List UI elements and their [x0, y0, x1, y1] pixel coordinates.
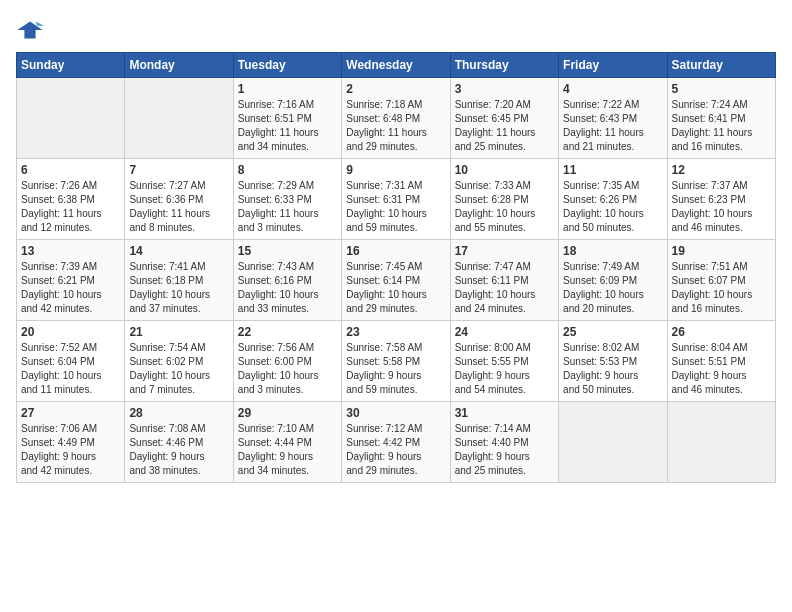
day-info: Sunrise: 7:27 AM Sunset: 6:36 PM Dayligh… [129, 179, 228, 235]
day-number: 13 [21, 244, 120, 258]
day-number: 16 [346, 244, 445, 258]
day-info: Sunrise: 7:18 AM Sunset: 6:48 PM Dayligh… [346, 98, 445, 154]
day-number: 19 [672, 244, 771, 258]
day-cell: 21Sunrise: 7:54 AM Sunset: 6:02 PM Dayli… [125, 321, 233, 402]
day-cell: 23Sunrise: 7:58 AM Sunset: 5:58 PM Dayli… [342, 321, 450, 402]
day-header-sunday: Sunday [17, 53, 125, 78]
day-cell [559, 402, 667, 483]
day-number: 4 [563, 82, 662, 96]
day-info: Sunrise: 8:04 AM Sunset: 5:51 PM Dayligh… [672, 341, 771, 397]
day-info: Sunrise: 7:41 AM Sunset: 6:18 PM Dayligh… [129, 260, 228, 316]
day-cell: 18Sunrise: 7:49 AM Sunset: 6:09 PM Dayli… [559, 240, 667, 321]
day-header-monday: Monday [125, 53, 233, 78]
day-info: Sunrise: 7:20 AM Sunset: 6:45 PM Dayligh… [455, 98, 554, 154]
week-row-4: 20Sunrise: 7:52 AM Sunset: 6:04 PM Dayli… [17, 321, 776, 402]
day-cell: 9Sunrise: 7:31 AM Sunset: 6:31 PM Daylig… [342, 159, 450, 240]
day-number: 23 [346, 325, 445, 339]
calendar-body: 1Sunrise: 7:16 AM Sunset: 6:51 PM Daylig… [17, 78, 776, 483]
day-info: Sunrise: 7:33 AM Sunset: 6:28 PM Dayligh… [455, 179, 554, 235]
day-cell: 31Sunrise: 7:14 AM Sunset: 4:40 PM Dayli… [450, 402, 558, 483]
calendar-table: SundayMondayTuesdayWednesdayThursdayFrid… [16, 52, 776, 483]
day-cell: 17Sunrise: 7:47 AM Sunset: 6:11 PM Dayli… [450, 240, 558, 321]
day-cell: 19Sunrise: 7:51 AM Sunset: 6:07 PM Dayli… [667, 240, 775, 321]
day-cell [125, 78, 233, 159]
day-info: Sunrise: 7:08 AM Sunset: 4:46 PM Dayligh… [129, 422, 228, 478]
day-number: 8 [238, 163, 337, 177]
day-cell: 10Sunrise: 7:33 AM Sunset: 6:28 PM Dayli… [450, 159, 558, 240]
day-number: 5 [672, 82, 771, 96]
day-number: 2 [346, 82, 445, 96]
day-cell: 12Sunrise: 7:37 AM Sunset: 6:23 PM Dayli… [667, 159, 775, 240]
day-info: Sunrise: 8:00 AM Sunset: 5:55 PM Dayligh… [455, 341, 554, 397]
day-number: 22 [238, 325, 337, 339]
day-info: Sunrise: 7:35 AM Sunset: 6:26 PM Dayligh… [563, 179, 662, 235]
day-info: Sunrise: 7:29 AM Sunset: 6:33 PM Dayligh… [238, 179, 337, 235]
day-number: 17 [455, 244, 554, 258]
day-cell: 30Sunrise: 7:12 AM Sunset: 4:42 PM Dayli… [342, 402, 450, 483]
day-number: 28 [129, 406, 228, 420]
day-cell: 22Sunrise: 7:56 AM Sunset: 6:00 PM Dayli… [233, 321, 341, 402]
day-info: Sunrise: 7:14 AM Sunset: 4:40 PM Dayligh… [455, 422, 554, 478]
day-number: 14 [129, 244, 228, 258]
day-cell: 2Sunrise: 7:18 AM Sunset: 6:48 PM Daylig… [342, 78, 450, 159]
header-row: SundayMondayTuesdayWednesdayThursdayFrid… [17, 53, 776, 78]
day-number: 25 [563, 325, 662, 339]
week-row-2: 6Sunrise: 7:26 AM Sunset: 6:38 PM Daylig… [17, 159, 776, 240]
calendar-header: SundayMondayTuesdayWednesdayThursdayFrid… [17, 53, 776, 78]
day-info: Sunrise: 7:06 AM Sunset: 4:49 PM Dayligh… [21, 422, 120, 478]
week-row-1: 1Sunrise: 7:16 AM Sunset: 6:51 PM Daylig… [17, 78, 776, 159]
day-info: Sunrise: 7:31 AM Sunset: 6:31 PM Dayligh… [346, 179, 445, 235]
day-info: Sunrise: 7:26 AM Sunset: 6:38 PM Dayligh… [21, 179, 120, 235]
day-info: Sunrise: 7:10 AM Sunset: 4:44 PM Dayligh… [238, 422, 337, 478]
day-cell: 27Sunrise: 7:06 AM Sunset: 4:49 PM Dayli… [17, 402, 125, 483]
day-info: Sunrise: 7:47 AM Sunset: 6:11 PM Dayligh… [455, 260, 554, 316]
day-number: 31 [455, 406, 554, 420]
day-cell: 25Sunrise: 8:02 AM Sunset: 5:53 PM Dayli… [559, 321, 667, 402]
day-cell [667, 402, 775, 483]
day-cell: 5Sunrise: 7:24 AM Sunset: 6:41 PM Daylig… [667, 78, 775, 159]
day-info: Sunrise: 7:22 AM Sunset: 6:43 PM Dayligh… [563, 98, 662, 154]
day-number: 26 [672, 325, 771, 339]
day-number: 9 [346, 163, 445, 177]
day-number: 29 [238, 406, 337, 420]
day-number: 10 [455, 163, 554, 177]
day-number: 1 [238, 82, 337, 96]
day-info: Sunrise: 7:12 AM Sunset: 4:42 PM Dayligh… [346, 422, 445, 478]
week-row-5: 27Sunrise: 7:06 AM Sunset: 4:49 PM Dayli… [17, 402, 776, 483]
day-info: Sunrise: 7:37 AM Sunset: 6:23 PM Dayligh… [672, 179, 771, 235]
day-cell: 8Sunrise: 7:29 AM Sunset: 6:33 PM Daylig… [233, 159, 341, 240]
day-cell: 16Sunrise: 7:45 AM Sunset: 6:14 PM Dayli… [342, 240, 450, 321]
day-number: 18 [563, 244, 662, 258]
day-info: Sunrise: 7:56 AM Sunset: 6:00 PM Dayligh… [238, 341, 337, 397]
day-cell: 11Sunrise: 7:35 AM Sunset: 6:26 PM Dayli… [559, 159, 667, 240]
day-number: 12 [672, 163, 771, 177]
day-header-wednesday: Wednesday [342, 53, 450, 78]
day-cell: 14Sunrise: 7:41 AM Sunset: 6:18 PM Dayli… [125, 240, 233, 321]
day-number: 6 [21, 163, 120, 177]
day-info: Sunrise: 7:39 AM Sunset: 6:21 PM Dayligh… [21, 260, 120, 316]
day-info: Sunrise: 7:45 AM Sunset: 6:14 PM Dayligh… [346, 260, 445, 316]
svg-marker-1 [36, 22, 44, 26]
day-cell: 4Sunrise: 7:22 AM Sunset: 6:43 PM Daylig… [559, 78, 667, 159]
day-header-tuesday: Tuesday [233, 53, 341, 78]
logo [16, 16, 48, 44]
day-number: 21 [129, 325, 228, 339]
day-number: 7 [129, 163, 228, 177]
day-info: Sunrise: 7:49 AM Sunset: 6:09 PM Dayligh… [563, 260, 662, 316]
day-info: Sunrise: 7:24 AM Sunset: 6:41 PM Dayligh… [672, 98, 771, 154]
day-info: Sunrise: 7:52 AM Sunset: 6:04 PM Dayligh… [21, 341, 120, 397]
week-row-3: 13Sunrise: 7:39 AM Sunset: 6:21 PM Dayli… [17, 240, 776, 321]
day-number: 3 [455, 82, 554, 96]
day-cell: 26Sunrise: 8:04 AM Sunset: 5:51 PM Dayli… [667, 321, 775, 402]
page-header [16, 16, 776, 44]
day-number: 24 [455, 325, 554, 339]
day-info: Sunrise: 7:58 AM Sunset: 5:58 PM Dayligh… [346, 341, 445, 397]
day-cell: 15Sunrise: 7:43 AM Sunset: 6:16 PM Dayli… [233, 240, 341, 321]
day-info: Sunrise: 7:51 AM Sunset: 6:07 PM Dayligh… [672, 260, 771, 316]
day-cell: 28Sunrise: 7:08 AM Sunset: 4:46 PM Dayli… [125, 402, 233, 483]
day-cell: 13Sunrise: 7:39 AM Sunset: 6:21 PM Dayli… [17, 240, 125, 321]
day-header-saturday: Saturday [667, 53, 775, 78]
day-cell: 24Sunrise: 8:00 AM Sunset: 5:55 PM Dayli… [450, 321, 558, 402]
day-cell: 20Sunrise: 7:52 AM Sunset: 6:04 PM Dayli… [17, 321, 125, 402]
day-number: 11 [563, 163, 662, 177]
